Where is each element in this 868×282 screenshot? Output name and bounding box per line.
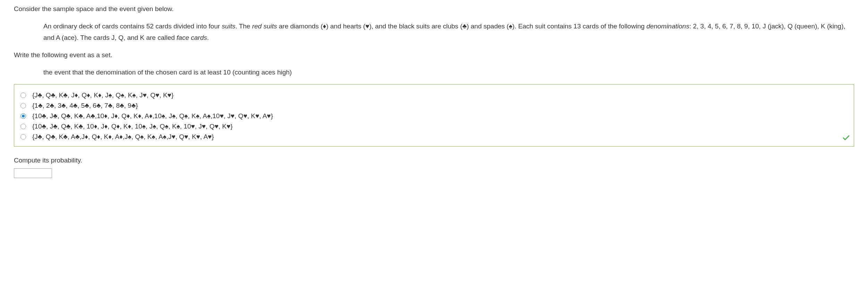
option-4-text: {J♣, Q♣, K♣, A♣,J♦, Q♦, K♦, A♦,J♠, Q♠, K… [32,133,214,141]
option-3-text: {10♣, J♣, Q♣, K♣, 10♦, J♦, Q♦, K♦, 10♠, … [32,123,233,130]
radio-2[interactable] [20,113,26,119]
intro-text: Consider the sample space and the event … [14,3,854,15]
desc-part1: An ordinary deck of cards contains 52 ca… [43,23,222,30]
option-1[interactable]: {1♣, 2♣, 3♣, 4♣, 5♣, 6♣, 7♣, 8♣, 9♣} [20,102,848,109]
spade-icon: ♠ [509,23,512,30]
desc-red-suits: red suits [252,23,277,30]
radio-0[interactable] [20,92,26,98]
desc-part3: are diamonds ( [277,23,323,30]
probability-input[interactable] [14,168,52,178]
option-3[interactable]: {10♣, J♣, Q♣, K♣, 10♦, J♦, Q♦, K♦, 10♠, … [20,123,848,130]
desc-part7: ). Each suit contains 13 cards of the fo… [512,23,647,30]
desc-suits: suits [222,23,235,30]
desc-denominations: denominations [646,23,689,30]
diamond-icon: ♦ [323,23,326,30]
radio-1[interactable] [20,103,26,108]
heart-icon: ♥ [365,23,369,30]
desc-face-cards: face cards [177,34,207,41]
answer-box: {J♣, Q♣, K♣, J♦, Q♦, K♦, J♠, Q♠, K♠, J♥,… [14,84,854,147]
deck-description: An ordinary deck of cards contains 52 ca… [43,21,854,43]
instruction-text: Write the following event as a set. [14,50,854,61]
club-icon: ♣ [462,23,467,30]
radio-4[interactable] [20,134,26,140]
desc-part9: . [207,34,209,41]
option-4[interactable]: {J♣, Q♣, K♣, A♣,J♦, Q♦, K♦, A♦,J♠, Q♠, K… [20,133,848,141]
compute-prompt: Compute its probability. [14,155,854,166]
option-0-text: {J♣, Q♣, K♣, J♦, Q♦, K♦, J♠, Q♠, K♠, J♥,… [32,91,173,99]
desc-part2: . The [235,23,252,30]
option-2-text: {10♣, J♣, Q♣, K♣, A♣,10♦, J♦, Q♦, K♦, A♦… [32,112,273,120]
desc-part4: ) and hearts ( [326,23,365,30]
option-2[interactable]: {10♣, J♣, Q♣, K♣, A♣,10♦, J♦, Q♦, K♦, A♦… [20,112,848,120]
option-0[interactable]: {J♣, Q♣, K♣, J♦, Q♦, K♦, J♠, Q♠, K♠, J♥,… [20,91,848,99]
event-description: the event that the denomination of the c… [43,67,854,78]
option-1-text: {1♣, 2♣, 3♣, 4♣, 5♣, 6♣, 7♣, 8♣, 9♣} [32,102,138,109]
desc-part6: ) and spades ( [467,23,509,30]
check-icon [843,134,850,143]
radio-3[interactable] [20,124,26,129]
desc-part5: ), and the black suits are clubs ( [369,23,462,30]
